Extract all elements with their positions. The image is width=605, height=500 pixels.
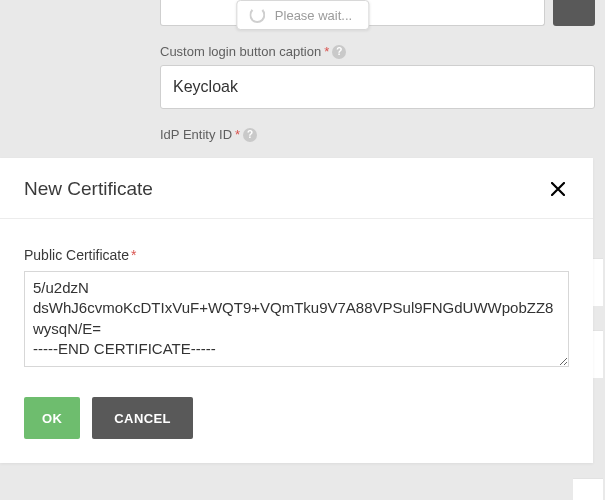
- new-certificate-modal: New Certificate Public Certificate* 5/u2…: [0, 158, 593, 463]
- cancel-button[interactable]: CANCEL: [92, 397, 193, 439]
- close-icon: [551, 182, 565, 196]
- spinner-icon: [249, 7, 265, 23]
- required-marker: *: [324, 44, 329, 59]
- public-certificate-label: Public Certificate*: [24, 247, 569, 263]
- toast-text: Please wait...: [275, 8, 352, 23]
- modal-footer: OK CANCEL: [0, 371, 593, 463]
- background-partial-button[interactable]: [553, 0, 595, 26]
- please-wait-toast: Please wait...: [236, 0, 369, 30]
- peek-text: ss: [575, 495, 588, 500]
- modal-title: New Certificate: [24, 178, 153, 200]
- list-item: ss: [573, 478, 603, 500]
- modal-header: New Certificate: [0, 158, 593, 219]
- idp-entity-label: IdP Entity ID* ?: [160, 127, 595, 142]
- required-marker: *: [131, 247, 136, 263]
- help-icon[interactable]: ?: [243, 128, 257, 142]
- label-text: Public Certificate: [24, 247, 129, 263]
- custom-login-label: Custom login button caption* ?: [160, 44, 595, 59]
- close-button[interactable]: [547, 178, 569, 200]
- label-text: IdP Entity ID: [160, 127, 232, 142]
- public-certificate-textarea[interactable]: 5/u2dzN dsWhJ6cvmoKcDTIxVuF+WQT9+VQmTku9…: [24, 271, 569, 367]
- modal-body: Public Certificate* 5/u2dzN dsWhJ6cvmoKc…: [0, 219, 593, 371]
- required-marker: *: [235, 127, 240, 142]
- background-top-row: [160, 0, 595, 26]
- help-icon[interactable]: ?: [332, 45, 346, 59]
- custom-login-input[interactable]: [160, 65, 595, 109]
- label-text: Custom login button caption: [160, 44, 321, 59]
- ok-button[interactable]: OK: [24, 397, 80, 439]
